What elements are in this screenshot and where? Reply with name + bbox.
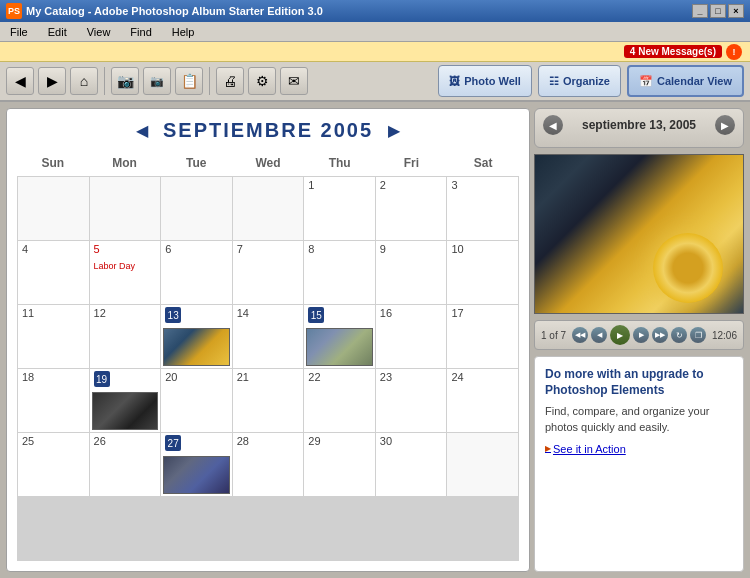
table-row[interactable]: 12 — [90, 305, 161, 368]
day-headers: Sun Mon Tue Wed Thu Fri Sat — [17, 154, 519, 172]
photo-thumbnail[interactable] — [163, 328, 230, 366]
day-header-fri: Fri — [376, 154, 448, 172]
date-nav-header: ◀ septiembre 13, 2005 ▶ — [543, 115, 735, 135]
email-button[interactable]: ✉ — [280, 67, 308, 95]
menu-file[interactable]: File — [6, 24, 32, 40]
table-row[interactable]: 16 — [376, 305, 447, 368]
menu-view[interactable]: View — [83, 24, 115, 40]
notification-badge[interactable]: 4 New Message(s) — [624, 45, 722, 58]
table-row[interactable]: 10 — [447, 241, 518, 304]
table-row[interactable]: 6 — [161, 241, 232, 304]
photo-thumbnail[interactable] — [306, 328, 373, 366]
clipboard-button[interactable]: 📋 — [175, 67, 203, 95]
date-nav-title: septiembre 13, 2005 — [582, 118, 696, 132]
table-row[interactable]: 2 — [376, 177, 447, 240]
preview-image — [535, 155, 743, 313]
table-row[interactable]: 30 — [376, 433, 447, 496]
calendar-panel: ◀ SEPTIEMBRE 2005 ▶ Sun Mon Tue Wed Thu … — [6, 108, 530, 572]
step-back-button[interactable]: ◀ — [591, 327, 607, 343]
table-row[interactable]: 27 — [161, 433, 232, 496]
window-controls[interactable]: _ □ × — [692, 4, 744, 18]
table-row[interactable]: 14 — [233, 305, 304, 368]
table-row[interactable]: 11 — [18, 305, 89, 368]
playback-buttons: ◀◀ ◀ ▶ ▶ ▶▶ ↻ ❐ — [572, 325, 706, 345]
table-row[interactable]: 23 — [376, 369, 447, 432]
toolbar-separator-1 — [104, 67, 105, 95]
table-row[interactable]: 9 — [376, 241, 447, 304]
rotate-button[interactable]: ↻ — [671, 327, 687, 343]
calendar-icon: 📅 — [639, 75, 653, 88]
settings-button[interactable]: ⚙ — [248, 67, 276, 95]
date-nav-next[interactable]: ▶ — [715, 115, 735, 135]
table-row[interactable]: 1 — [304, 177, 375, 240]
table-row[interactable]: 20 — [161, 369, 232, 432]
calendar-grid: Sun Mon Tue Wed Thu Fri Sat 1 2 3 4 — [17, 154, 519, 561]
table-row[interactable] — [18, 177, 89, 240]
table-row[interactable]: 5 Labor Day — [90, 241, 161, 304]
step-forward-button[interactable]: ▶ — [633, 327, 649, 343]
organize-button[interactable]: ☷ Organize — [538, 65, 621, 97]
photo-thumbnail[interactable] — [92, 392, 159, 430]
table-row[interactable]: 21 — [233, 369, 304, 432]
main-content: ◀ SEPTIEMBRE 2005 ▶ Sun Mon Tue Wed Thu … — [0, 102, 750, 578]
table-row[interactable] — [161, 177, 232, 240]
table-row[interactable]: 15 — [304, 305, 375, 368]
next-photo-button[interactable]: ▶▶ — [652, 327, 668, 343]
table-row[interactable]: 3 — [447, 177, 518, 240]
right-panel: ◀ septiembre 13, 2005 ▶ 1 of 7 ◀◀ ◀ ▶ ▶ … — [534, 108, 744, 572]
photo-well-label: Photo Well — [464, 75, 521, 87]
back-button[interactable]: ◀ — [6, 67, 34, 95]
day-header-tue: Tue — [160, 154, 232, 172]
calendar-title: SEPTIEMBRE 2005 — [163, 119, 373, 142]
date-nav-prev[interactable]: ◀ — [543, 115, 563, 135]
menu-edit[interactable]: Edit — [44, 24, 71, 40]
promo-link[interactable]: See it in Action — [545, 443, 733, 455]
home-button[interactable]: ⌂ — [70, 67, 98, 95]
table-row[interactable]: 22 — [304, 369, 375, 432]
table-row[interactable]: 18 — [18, 369, 89, 432]
table-row[interactable]: 25 — [18, 433, 89, 496]
calendar-view-button[interactable]: 📅 Calendar View — [627, 65, 744, 97]
playback-controls: 1 of 7 ◀◀ ◀ ▶ ▶ ▶▶ ↻ ❐ 12:06 — [534, 320, 744, 350]
photo-well-button[interactable]: 🖼 Photo Well — [438, 65, 532, 97]
table-row[interactable]: 26 — [90, 433, 161, 496]
table-row[interactable]: 13 — [161, 305, 232, 368]
menu-help[interactable]: Help — [168, 24, 199, 40]
table-row[interactable]: 7 — [233, 241, 304, 304]
table-row[interactable] — [233, 177, 304, 240]
organize-icon: ☷ — [549, 75, 559, 88]
table-row[interactable] — [447, 433, 518, 496]
photo-time: 12:06 — [712, 330, 737, 341]
image-button[interactable]: 📷 — [143, 67, 171, 95]
table-row[interactable]: 28 — [233, 433, 304, 496]
notification-icon: ! — [726, 44, 742, 60]
table-row[interactable]: 29 — [304, 433, 375, 496]
table-row[interactable]: 24 — [447, 369, 518, 432]
day-header-wed: Wed — [232, 154, 304, 172]
day-header-mon: Mon — [89, 154, 161, 172]
calendar-view-label: Calendar View — [657, 75, 732, 87]
photo-preview[interactable] — [534, 154, 744, 314]
promo-box: Do more with an upgrade to Photoshop Ele… — [534, 356, 744, 572]
maximize-button[interactable]: □ — [710, 4, 726, 18]
minimize-button[interactable]: _ — [692, 4, 708, 18]
organize-label: Organize — [563, 75, 610, 87]
table-row[interactable]: 4 — [18, 241, 89, 304]
app-icon: PS — [6, 3, 22, 19]
table-row[interactable]: 17 — [447, 305, 518, 368]
print-button[interactable]: 🖨 — [216, 67, 244, 95]
prev-photo-button[interactable]: ◀◀ — [572, 327, 588, 343]
table-row[interactable] — [90, 177, 161, 240]
calendar-prev-button[interactable]: ◀ — [133, 122, 151, 140]
play-button[interactable]: ▶ — [610, 325, 630, 345]
forward-button[interactable]: ▶ — [38, 67, 66, 95]
photo-thumbnail[interactable] — [163, 456, 230, 494]
title-bar-text: My Catalog - Adobe Photoshop Album Start… — [26, 5, 323, 17]
calendar-next-button[interactable]: ▶ — [385, 122, 403, 140]
camera-button[interactable]: 📷 — [111, 67, 139, 95]
table-row[interactable]: 19 — [90, 369, 161, 432]
close-button[interactable]: × — [728, 4, 744, 18]
table-row[interactable]: 8 — [304, 241, 375, 304]
fullscreen-button[interactable]: ❐ — [690, 327, 706, 343]
menu-find[interactable]: Find — [126, 24, 155, 40]
